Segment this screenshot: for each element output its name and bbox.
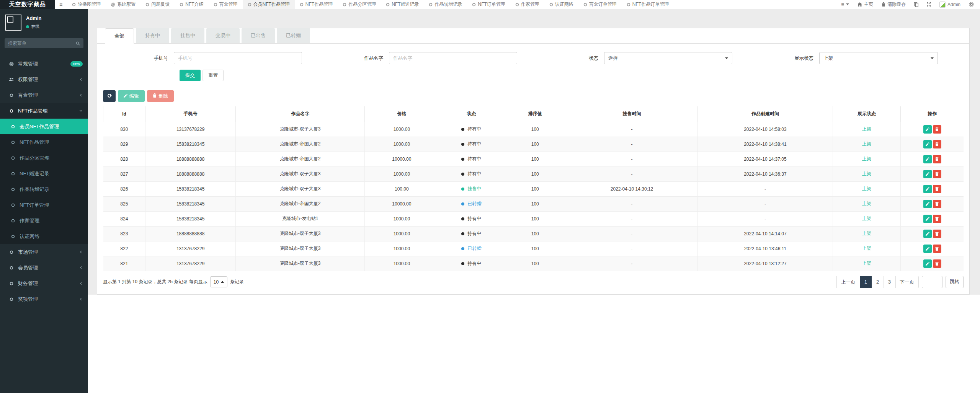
top-nav-item[interactable]: 问题反馈 [140, 0, 175, 9]
page-button[interactable]: 上一页 [836, 276, 860, 288]
display-status-link[interactable]: 上架 [862, 186, 871, 191]
display-status-link[interactable]: 上架 [862, 156, 871, 161]
edit-row-button[interactable] [923, 215, 932, 223]
edit-row-button[interactable] [923, 200, 932, 208]
table-row[interactable]: 830 13137678229 克隆城市-双子大厦3 1000.00 持有中 1… [103, 122, 964, 137]
display-status-link[interactable]: 上架 [862, 231, 871, 236]
sidebar-item[interactable]: 作家管理 [0, 213, 88, 228]
sidebar-item[interactable]: 认证网络 [0, 228, 88, 244]
page-jump-input[interactable] [922, 276, 942, 288]
edit-row-button[interactable] [923, 259, 932, 268]
top-nav-item[interactable]: NFT作品管理 [295, 0, 338, 9]
fullscreen-icon[interactable] [927, 2, 931, 7]
sidebar-item[interactable]: 作品分区管理 [0, 150, 88, 166]
top-nav-item[interactable]: 作品分区管理 [338, 0, 381, 9]
page-button[interactable]: 2 [872, 276, 884, 288]
edit-row-button[interactable] [923, 245, 932, 253]
sidebar-search-input[interactable] [8, 41, 76, 46]
refresh-button[interactable] [103, 90, 116, 102]
table-row[interactable]: 828 18888888888 克隆城市-帝国大厦2 10000.00 持有中 … [103, 152, 964, 166]
display-status-link[interactable]: 上架 [862, 141, 871, 147]
top-nav-item[interactable]: NFT介绍 [175, 0, 208, 9]
top-nav-item[interactable]: 盲盒管理 [209, 0, 243, 9]
sidebar-item[interactable]: 盲盒管理 [0, 87, 88, 103]
delete-row-button[interactable] [933, 140, 941, 148]
edit-row-button[interactable] [923, 170, 932, 178]
settings-gear-icon[interactable] [969, 2, 974, 7]
user-menu[interactable]: Admin [939, 2, 960, 8]
table-row[interactable]: 827 18888888888 克隆城市-双子大厦3 1000.00 持有中 1… [103, 166, 964, 181]
home-button[interactable]: 主页 [858, 1, 873, 8]
status-tab[interactable]: 已出售 [242, 28, 275, 43]
submit-button[interactable]: 提交 [180, 70, 201, 81]
top-nav-item[interactable]: NFT作品订单管理 [622, 0, 674, 9]
brand-logo[interactable]: 天空数字藏品 [0, 0, 55, 9]
delete-row-button[interactable] [933, 245, 941, 253]
delete-row-button[interactable] [933, 230, 941, 238]
display-status-select[interactable]: 上架 [819, 52, 938, 64]
page-button[interactable]: 下一页 [895, 276, 919, 288]
edit-row-button[interactable] [923, 155, 932, 163]
display-status-link[interactable]: 上架 [862, 171, 871, 176]
top-nav-item[interactable]: 会员NFT作品管理 [243, 0, 295, 9]
table-row[interactable]: 823 18888888888 克隆城市-双子大厦3 1000.00 持有中 1… [103, 226, 964, 241]
phone-input[interactable] [174, 52, 302, 64]
table-row[interactable]: 829 15838218345 克隆城市-帝国大厦2 1000.00 持有中 1… [103, 137, 964, 152]
sidebar-item[interactable]: NFT订单管理 [0, 197, 88, 213]
reset-button[interactable]: 重置 [203, 70, 224, 81]
page-button[interactable]: 3 [884, 276, 896, 288]
delete-row-button[interactable] [933, 170, 941, 178]
edit-row-button[interactable] [923, 140, 932, 148]
top-nav-item[interactable]: NFT赠送记录 [381, 0, 424, 9]
display-status-link[interactable]: 上架 [862, 216, 871, 221]
top-nav-item[interactable]: 轮播图管理 [67, 0, 106, 9]
edit-row-button[interactable] [923, 125, 932, 134]
top-nav-item[interactable]: NFT订单管理 [467, 0, 510, 9]
status-tab[interactable]: 持有中 [136, 28, 169, 43]
top-nav-item[interactable]: 认证网络 [544, 0, 578, 9]
display-status-link[interactable]: 上架 [862, 126, 871, 132]
sidebar-item[interactable]: 奖项管理 [0, 291, 88, 307]
table-row[interactable]: 826 15838218345 克隆城市-双子大厦3 100.00 挂售中 10… [103, 181, 964, 196]
status-tab[interactable]: 交易中 [206, 28, 240, 43]
delete-row-button[interactable] [933, 259, 941, 268]
sidebar-item[interactable]: 市场管理 [0, 244, 88, 260]
sidebar-item[interactable]: NFT作品管理 [0, 134, 88, 150]
status-tab[interactable]: 全部 [105, 28, 134, 44]
nav-menu-dropdown[interactable]: ≡ [841, 2, 849, 7]
table-row[interactable]: 824 15838218345 克隆城市-发电站1 1000.00 持有中 10… [103, 211, 964, 226]
top-nav-item[interactable]: 作家管理 [510, 0, 544, 9]
status-select[interactable]: 选择 [604, 52, 732, 64]
display-status-link[interactable]: 上架 [862, 246, 871, 251]
edit-row-button[interactable] [923, 185, 932, 193]
sidebar-item[interactable]: NFT赠送记录 [0, 166, 88, 181]
display-status-link[interactable]: 上架 [862, 201, 871, 206]
delete-row-button[interactable] [933, 185, 941, 193]
sidebar-item[interactable]: 财务管理 [0, 276, 88, 291]
table-row[interactable]: 822 13137678229 克隆城市-双子大厦3 1000.00 已转赠 1… [103, 241, 964, 256]
edit-button[interactable]: 编辑 [118, 90, 145, 102]
table-row[interactable]: 821 13137678229 克隆城市-双子大厦3 1000.00 持有中 1… [103, 256, 964, 271]
sidebar-item[interactable]: 权限管理 [0, 72, 88, 87]
delete-row-button[interactable] [933, 125, 941, 134]
page-button[interactable]: 1 [860, 276, 872, 288]
edit-row-button[interactable] [923, 230, 932, 238]
copy-page-icon[interactable] [914, 2, 918, 7]
work-name-input[interactable] [389, 52, 517, 64]
top-nav-item[interactable]: 系统配置 [106, 0, 140, 9]
delete-row-button[interactable] [933, 215, 941, 223]
sidebar-item[interactable]: 作品转增记录 [0, 181, 88, 197]
display-status-link[interactable]: 上架 [862, 261, 871, 266]
top-nav-item[interactable]: 作品转增记录 [424, 0, 467, 9]
status-tab[interactable]: 挂售中 [171, 28, 204, 43]
sidebar-toggle-icon[interactable]: ≡ [55, 0, 67, 9]
status-tab[interactable]: 已转赠 [277, 28, 310, 43]
delete-button[interactable]: 删除 [147, 90, 174, 102]
table-row[interactable]: 825 15838218345 克隆城市-帝国大厦2 10000.00 已转赠 … [103, 196, 964, 211]
sidebar-item[interactable]: 会员NFT作品管理 [0, 119, 88, 134]
sidebar-item[interactable]: NFT作品管理 [0, 103, 88, 119]
delete-row-button[interactable] [933, 155, 941, 163]
sidebar-item[interactable]: 会员管理 [0, 260, 88, 276]
sidebar-item[interactable]: 常规管理 new [0, 56, 88, 72]
page-size-select[interactable]: 10 [210, 276, 227, 287]
